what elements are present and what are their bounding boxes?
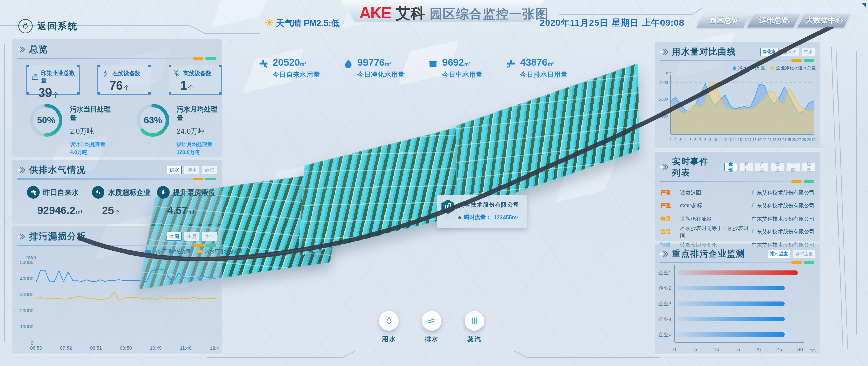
svg-text:2: 2	[675, 138, 677, 142]
main-nav: 园区总览 运维总览 大数据中心	[701, 14, 848, 27]
design-value: 4.0万吨	[70, 149, 115, 156]
tab[interactable]: 本月	[184, 232, 199, 241]
svg-text:6: 6	[694, 138, 696, 142]
weather-status: 天气晴 PM2.5:低	[265, 18, 340, 29]
tab[interactable]: 排水	[184, 166, 199, 174]
tab[interactable]: 本周	[167, 232, 182, 241]
svg-text:10:49: 10:49	[150, 345, 162, 351]
leakage-tabs: 本周本月本年	[167, 232, 217, 241]
donut-label: 污水月均处理量	[177, 105, 222, 123]
tab[interactable]: 全部	[724, 163, 737, 171]
layer-label: 排水	[425, 335, 439, 344]
donut-item: 63% 污水月均处理量 24.0万吨 设计月均处理量 120.0万吨	[135, 103, 222, 156]
reclaimed-water-tank-icon	[427, 58, 439, 70]
donut-value: 24.0万吨	[177, 126, 222, 136]
svg-text:9: 9	[709, 138, 711, 142]
svg-text:15: 15	[734, 346, 740, 352]
metric-label: 今日中水用量	[442, 70, 483, 79]
panel-usage-curve: 用水量对比曲线 净化水自来水中水 净水厂出水量 企业净化水进水总量 300050…	[655, 42, 820, 148]
tab[interactable]: 瞬时流量	[793, 250, 815, 258]
svg-text:10000: 10000	[20, 324, 33, 329]
event-row[interactable]: 普通 关阀仍有流量 广东艾科技术股份有限公司	[655, 212, 820, 226]
logo-cn: 艾科	[396, 4, 425, 23]
svg-text:5000: 5000	[659, 97, 668, 102]
svg-text:0: 0	[673, 346, 676, 352]
metric-label: 今日排水日用量	[520, 70, 568, 79]
event-severity: 普通	[660, 216, 680, 223]
back-to-system-button[interactable]: 返回系统	[18, 19, 78, 33]
nav-tab[interactable]: 大数据中心	[797, 14, 851, 27]
company-hexagon-icon	[440, 198, 456, 217]
legend-item: 净水厂出水量	[733, 65, 765, 71]
svg-text:13: 13	[728, 138, 732, 142]
layer-label: 用水	[382, 335, 396, 344]
tab[interactable]: 轻微	[802, 163, 815, 171]
tab[interactable]: 自来水	[781, 48, 799, 56]
tab[interactable]: 中水	[802, 48, 815, 56]
svg-text:19: 19	[757, 138, 762, 142]
tab[interactable]: 排污温度	[768, 250, 790, 258]
svg-text:企业4: 企业4	[658, 316, 671, 322]
tab[interactable]: 本年	[202, 232, 217, 241]
svg-text:企业2: 企业2	[658, 285, 671, 291]
events-tabs: 全部超标严重普通一般轻微	[724, 163, 815, 171]
svg-text:17: 17	[748, 138, 752, 142]
stat-label: 昨日自来水	[43, 188, 79, 197]
datetime: 2020年11月25日 星期日 上午09:08	[540, 17, 684, 29]
svg-text:27: 27	[797, 138, 801, 142]
tab[interactable]: 供水	[167, 166, 182, 174]
nav-tab[interactable]: 运维总览	[747, 14, 801, 27]
panel-underline	[660, 60, 815, 61]
back-arrow-icon	[18, 19, 33, 33]
tab[interactable]: 蒸汽	[202, 166, 217, 174]
drainage-faucet-icon	[505, 58, 517, 70]
svg-text:20: 20	[763, 138, 767, 142]
panel-title: 实时事件列表	[672, 156, 717, 178]
center-metrics: 20520m³ 今日自来水用量 99776m³ 今日净化水用量 9692m³ 今…	[258, 57, 590, 79]
page-title: 园区综合监控一张图	[430, 6, 549, 23]
water-metric: 9692m³ 今日中水用量	[427, 57, 483, 79]
event-row[interactable]: 严重 读数退回 广东艾科技术股份有限公司	[655, 186, 820, 200]
water-drops-icon	[95, 189, 102, 196]
card-label: 印染企业总数量	[41, 69, 79, 84]
svg-text:28: 28	[802, 138, 806, 142]
supply-stat: 昨日自来水 92946.2m³	[27, 186, 92, 217]
donut-percent: 50%	[28, 103, 64, 138]
layer-label: 蒸汽	[467, 335, 481, 344]
svg-text:06:53: 06:53	[30, 345, 42, 351]
event-description: COD超标	[680, 202, 751, 209]
event-description: 读数退回	[680, 189, 751, 197]
tab[interactable]: 一般	[787, 163, 800, 171]
tab[interactable]: 严重	[755, 163, 768, 171]
tab[interactable]: 净化水	[760, 48, 778, 56]
tab[interactable]: 超标	[740, 163, 753, 171]
online-device-icon	[102, 69, 110, 77]
donut-value: 2.0万吨	[70, 126, 115, 136]
app-logo: AKE 艾科 园区综合监控一张图	[359, 3, 549, 23]
event-row[interactable]: 普通 本次抄表时间等于上次抄表时间 广东艾科技术股份有限公司	[655, 226, 820, 239]
svg-text:企业1: 企业1	[658, 270, 671, 276]
header: 返回系统 天气晴 PM2.5:低 AKE 艾科 园区综合监控一张图 2020年1…	[0, 0, 868, 24]
overview-cards: 印染企业总数量 39个 在线设备数 76个 离线设备数	[12, 59, 222, 95]
card-value: 39个	[27, 84, 79, 100]
layer-button[interactable]: 用水	[379, 311, 399, 344]
company-tooltip[interactable]: 艾科技术股份有限公司 瞬时流量： 123455m³	[437, 195, 527, 228]
tab[interactable]: 普通	[771, 163, 784, 171]
design-label: 设计日均处理量	[70, 141, 115, 148]
event-row[interactable]: 严重 COD超标 广东艾科技术股份有限公司	[655, 200, 820, 213]
water-metric: 99776m³ 今日净化水用量	[342, 57, 405, 79]
city-3d-map[interactable]	[455, 63, 639, 213]
svg-text:22: 22	[772, 138, 776, 142]
layer-button[interactable]: 蒸汽	[465, 311, 484, 344]
legend-item: 企业净化水进水总量	[770, 65, 816, 71]
stat-label: 提升泵房液位	[173, 188, 216, 197]
panel-underline	[660, 181, 815, 182]
layer-button[interactable]: 排水	[422, 311, 441, 344]
nav-tab[interactable]: 园区总览	[697, 14, 751, 27]
legend-item: 污水厂进水总流量	[197, 249, 243, 255]
svg-text:18: 18	[753, 138, 757, 142]
panel-underline	[17, 178, 217, 180]
svg-text:5: 5	[689, 138, 691, 142]
card-value: 1个	[169, 77, 221, 93]
donut-item: 50% 污水当日处理量 2.0万吨 设计日均处理量 4.0万吨	[28, 103, 115, 156]
